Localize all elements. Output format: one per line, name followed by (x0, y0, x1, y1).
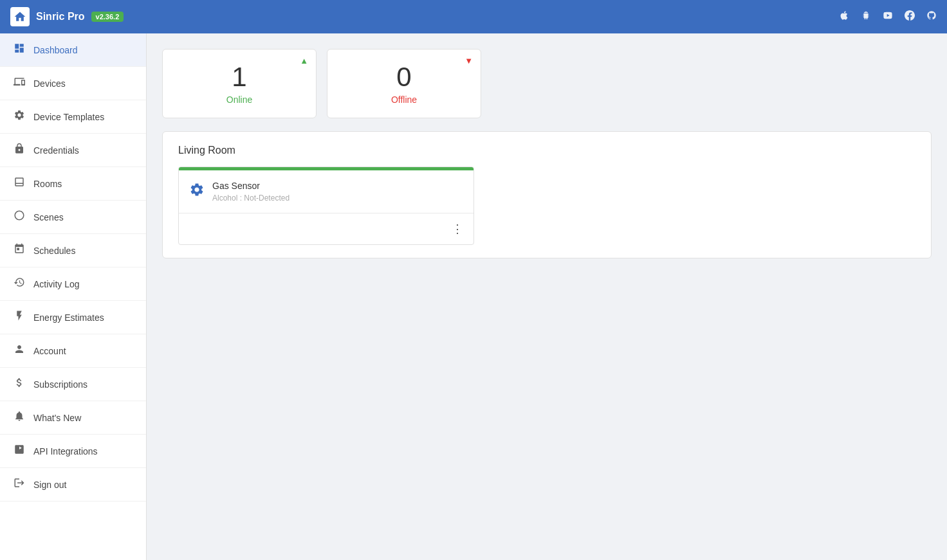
header: Sinric Pro v2.36.2 (0, 0, 947, 33)
sidebar-item-label: API Integrations (33, 446, 98, 456)
offline-arrow-icon: ▼ (464, 56, 473, 66)
sidebar-item-label: Activity Log (33, 279, 80, 289)
online-stat-card: ▲ 1 Online (162, 49, 317, 118)
sidebar-item-schedules[interactable]: Schedules (0, 234, 146, 267)
sidebar-item-account[interactable]: Account (0, 334, 146, 368)
device-name: Gas Sensor (212, 181, 290, 191)
sidebar-item-label: Scenes (33, 212, 64, 222)
header-icons (839, 10, 937, 23)
stats-row: ▲ 1 Online ▼ 0 Offline (162, 49, 932, 118)
device-status: Alcohol : Not-Detected (212, 194, 290, 203)
account-icon (13, 343, 26, 358)
sidebar-item-sign-out[interactable]: Sign out (0, 468, 146, 501)
sign-out-icon (13, 477, 26, 492)
sidebar: Dashboard Devices Device Templates Crede… (0, 33, 147, 560)
sidebar-item-label: Subscriptions (33, 379, 87, 390)
device-menu-icon[interactable]: ⋮ (452, 222, 463, 236)
sidebar-item-rooms[interactable]: Rooms (0, 167, 146, 201)
subscriptions-icon (13, 377, 26, 392)
api-integrations-icon (13, 444, 26, 458)
credentials-icon (13, 143, 26, 158)
room-section: Living Room Gas Sensor Alcohol : Not-Det… (162, 131, 932, 258)
device-card-footer: ⋮ (179, 213, 473, 244)
sidebar-item-credentials[interactable]: Credentials (0, 134, 146, 167)
online-arrow-icon: ▲ (300, 56, 308, 66)
sidebar-item-label: Device Templates (33, 112, 104, 122)
device-gear-icon (189, 182, 205, 201)
rooms-icon (13, 176, 26, 191)
schedules-icon (13, 243, 26, 258)
app-logo-icon (10, 7, 30, 26)
sidebar-item-activity-log[interactable]: Activity Log (0, 267, 146, 301)
sidebar-item-label: Energy Estimates (33, 312, 104, 323)
activity-log-icon (13, 276, 26, 291)
sidebar-item-label: Account (33, 346, 66, 356)
device-card-body: Gas Sensor Alcohol : Not-Detected (179, 170, 473, 213)
sidebar-item-device-templates[interactable]: Device Templates (0, 100, 146, 134)
sidebar-item-label: Rooms (33, 179, 62, 189)
header-logo: Sinric Pro v2.36.2 (10, 7, 124, 26)
sidebar-item-api-integrations[interactable]: API Integrations (0, 435, 146, 468)
room-title: Living Room (178, 145, 915, 156)
sidebar-item-label: Dashboard (33, 45, 78, 55)
app-name: Sinric Pro (36, 11, 85, 23)
online-label: Online (226, 95, 252, 105)
device-card: Gas Sensor Alcohol : Not-Detected ⋮ (178, 167, 474, 245)
sidebar-item-subscriptions[interactable]: Subscriptions (0, 368, 146, 401)
sidebar-item-label: Schedules (33, 246, 75, 256)
sidebar-item-dashboard[interactable]: Dashboard (0, 33, 146, 67)
whats-new-icon (13, 410, 26, 425)
app-body: Dashboard Devices Device Templates Crede… (0, 33, 947, 560)
sidebar-item-devices[interactable]: Devices (0, 67, 146, 100)
device-info: Gas Sensor Alcohol : Not-Detected (212, 181, 290, 203)
sidebar-item-label: Credentials (33, 145, 79, 156)
app-version: v2.36.2 (91, 12, 124, 22)
sidebar-item-label: Sign out (33, 480, 66, 490)
offline-count: 0 (396, 62, 411, 92)
sidebar-item-energy-estimates[interactable]: Energy Estimates (0, 301, 146, 334)
sidebar-item-scenes[interactable]: Scenes (0, 201, 146, 234)
online-count: 1 (232, 62, 246, 92)
main-content: ▲ 1 Online ▼ 0 Offline Living Room (147, 33, 947, 560)
sidebar-item-whats-new[interactable]: What's New (0, 401, 146, 435)
offline-label: Offline (391, 95, 417, 105)
android-icon[interactable] (861, 10, 871, 23)
sidebar-item-label: Devices (33, 78, 66, 89)
facebook-icon[interactable] (905, 10, 915, 23)
sidebar-item-label: What's New (33, 413, 81, 423)
scenes-icon (13, 210, 26, 224)
github-icon[interactable] (926, 10, 937, 23)
dashboard-icon (13, 42, 26, 57)
energy-estimates-icon (13, 310, 26, 325)
youtube-icon[interactable] (883, 10, 893, 23)
devices-icon (13, 76, 26, 91)
house-icon (14, 10, 26, 23)
apple-icon[interactable] (839, 10, 849, 23)
device-templates-icon (13, 109, 26, 124)
offline-stat-card: ▼ 0 Offline (327, 49, 481, 118)
